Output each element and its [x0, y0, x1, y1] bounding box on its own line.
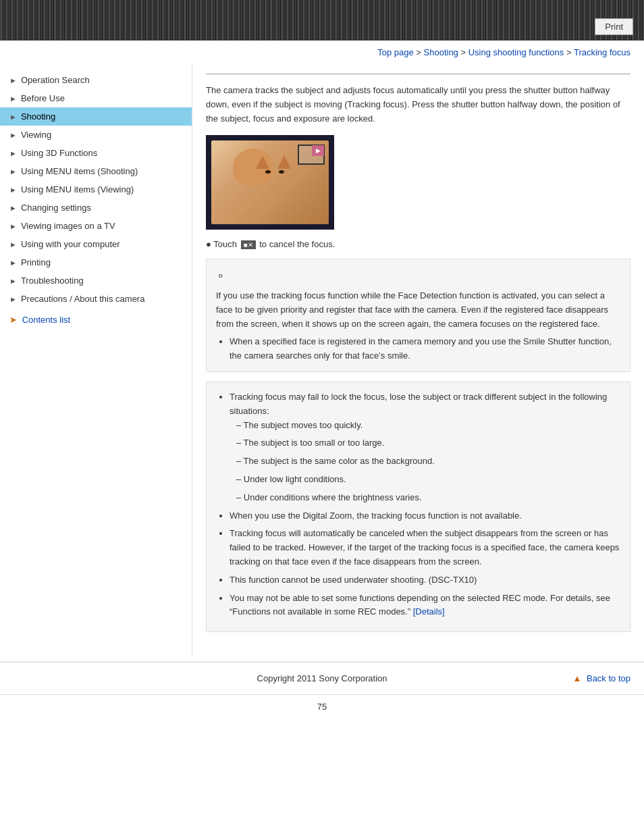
tip-bullet-1: When a specified face is registered in t…	[230, 335, 620, 363]
sidebar-item-using-with-computer[interactable]: ► Using with your computer	[0, 235, 192, 253]
arrow-icon: ►	[9, 186, 17, 194]
arrow-icon: ►	[9, 113, 17, 121]
sidebar-item-label: Operation Search	[21, 75, 90, 85]
arrow-icon: ►	[9, 240, 17, 249]
content-area: The camera tracks the subject and adjust…	[192, 64, 644, 655]
sidebar-item-label: Troubleshooting	[21, 276, 84, 286]
sidebar-item-before-use[interactable]: ► Before Use	[0, 89, 192, 107]
touch-note: ● Touch ■✕ to cancel the focus.	[206, 239, 630, 249]
camera-image: ▶	[206, 135, 334, 230]
warning-box: Tracking focus may fail to lock the focu…	[206, 382, 630, 632]
arrow-icon: ►	[9, 204, 17, 212]
sidebar: ► Operation Search ► Before Use ► Shooti…	[0, 64, 192, 655]
contents-list-link[interactable]: ➤ Contents list	[0, 308, 192, 332]
back-to-top-link[interactable]: ▲ Back to top	[572, 673, 630, 683]
sidebar-item-label: Before Use	[21, 93, 65, 103]
print-button[interactable]: Print	[595, 18, 633, 35]
warning-bullet-3: Tracking focus will automatically be can…	[230, 527, 620, 569]
cat-head	[233, 149, 273, 186]
arrow-icon: ►	[9, 131, 17, 139]
sidebar-item-label: Using 3D Functions	[21, 148, 97, 158]
breadcrumb-shooting[interactable]: Shooting	[424, 47, 458, 57]
tip-icon: ⚬	[216, 267, 620, 285]
main-layout: ► Operation Search ► Before Use ► Shooti…	[0, 64, 644, 655]
arrow-icon: ►	[9, 259, 17, 267]
contents-list-arrow-icon: ➤	[9, 315, 17, 325]
touch-icon: ■✕	[241, 240, 256, 249]
warning-sub-bullet-1: The subject moves too quickly.	[236, 419, 620, 433]
page-number: 75	[0, 694, 644, 719]
touch-cancel-text: to cancel the focus.	[259, 239, 335, 249]
header-bar: Print	[0, 0, 644, 41]
cat-ear-left	[256, 155, 269, 169]
sidebar-item-precautions[interactable]: ► Precautions / About this camera	[0, 290, 192, 308]
arrow-icon: ►	[9, 222, 17, 230]
sidebar-item-label: Using MENU items (Viewing)	[21, 184, 134, 194]
breadcrumb: Top page > Shooting > Using shooting fun…	[0, 41, 644, 64]
contents-list-anchor[interactable]: Contents list	[22, 315, 71, 325]
sidebar-item-viewing[interactable]: ► Viewing	[0, 126, 192, 144]
sidebar-item-label: Viewing	[21, 130, 51, 140]
sidebar-item-label: Shooting	[21, 111, 55, 122]
sidebar-item-label: Precautions / About this camera	[21, 294, 145, 304]
details-link[interactable]: [Details]	[413, 606, 445, 617]
copyright: Copyright 2011 Sony Corporation	[219, 673, 425, 683]
arrow-icon: ►	[9, 167, 17, 176]
cat-ear-right	[277, 155, 291, 169]
touch-label: Touch	[213, 239, 237, 249]
back-to-top-arrow-icon: ▲	[572, 673, 581, 683]
sidebar-item-troubleshooting[interactable]: ► Troubleshooting	[0, 271, 192, 290]
arrow-icon: ►	[9, 277, 17, 285]
warning-sub-bullet-5: Under conditions where the brightness va…	[236, 491, 620, 505]
intro-text: The camera tracks the subject and adjust…	[206, 84, 630, 126]
tip-box: ⚬ If you use the tracking focus function…	[206, 259, 630, 372]
sidebar-item-using-3d-functions[interactable]: ► Using 3D Functions	[0, 144, 192, 162]
sidebar-item-label: Printing	[21, 257, 51, 267]
tracking-box: ▶	[298, 145, 325, 165]
warning-sub-bullet-2: The subject is too small or too large.	[236, 436, 620, 450]
sidebar-item-using-menu-viewing[interactable]: ► Using MENU items (Viewing)	[0, 180, 192, 199]
sidebar-item-printing[interactable]: ► Printing	[0, 253, 192, 271]
breadcrumb-tracking-focus[interactable]: Tracking focus	[574, 47, 630, 57]
cat-eye-left	[265, 170, 271, 174]
back-to-top-label: Back to top	[587, 673, 630, 683]
page-title-bar	[206, 71, 630, 74]
sidebar-item-label: Viewing images on a TV	[21, 221, 115, 231]
sidebar-item-operation-search[interactable]: ► Operation Search	[0, 71, 192, 89]
breadcrumb-using-shooting-functions[interactable]: Using shooting functions	[468, 47, 564, 57]
arrow-icon: ►	[9, 95, 17, 103]
camera-image-inner: ▶	[206, 135, 334, 230]
sidebar-item-viewing-images-tv[interactable]: ► Viewing images on a TV	[0, 217, 192, 235]
sidebar-item-changing-settings[interactable]: ► Changing settings	[0, 199, 192, 217]
sidebar-item-shooting[interactable]: ► Shooting	[0, 107, 192, 126]
tip-text-1: If you use the tracking focus function w…	[216, 289, 620, 331]
arrow-icon: ►	[9, 149, 17, 157]
sidebar-item-label: Using with your computer	[21, 239, 120, 249]
warning-bullet-2: When you use the Digital Zoom, the track…	[230, 509, 620, 523]
warning-sub-bullet-3: The subject is the same color as the bac…	[236, 454, 620, 469]
arrow-icon: ►	[9, 76, 17, 84]
tracking-icon: ▶	[312, 145, 324, 156]
warning-bullet-5: You may not be able to set some function…	[230, 592, 620, 620]
sidebar-item-using-menu-shooting[interactable]: ► Using MENU items (Shooting)	[0, 162, 192, 180]
warning-sub-bullet-4: Under low light conditions.	[236, 473, 620, 487]
breadcrumb-top-page[interactable]: Top page	[377, 47, 414, 57]
page-footer: Copyright 2011 Sony Corporation ▲ Back t…	[0, 662, 644, 694]
sidebar-item-label: Using MENU items (Shooting)	[21, 166, 138, 176]
arrow-icon: ►	[9, 295, 17, 303]
sidebar-item-label: Changing settings	[21, 203, 91, 213]
warning-bullet-4: This function cannot be used underwater …	[230, 573, 620, 588]
warning-bullet-1: Tracking focus may fail to lock the focu…	[230, 390, 620, 505]
